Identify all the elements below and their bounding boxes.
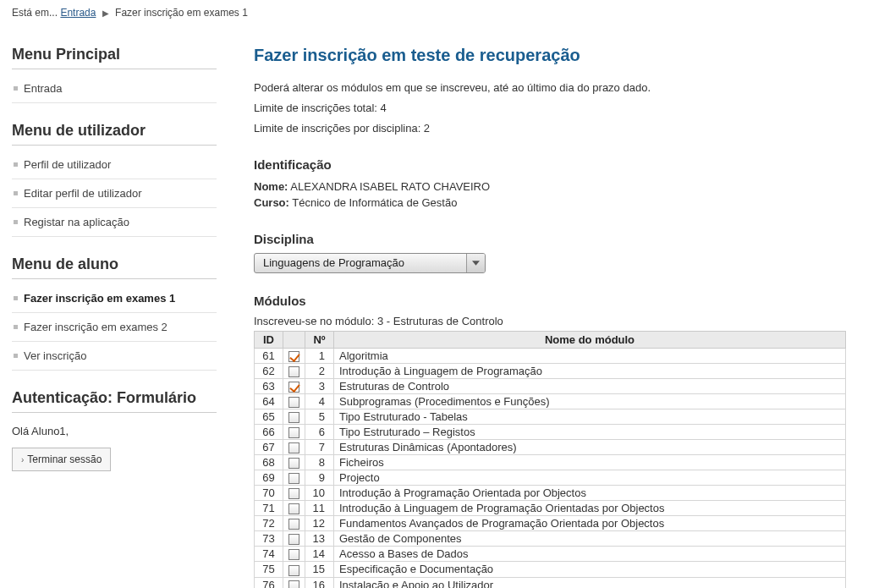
enrolled-message: Inscreveu-se no módulo: 3 - Estruturas d… xyxy=(254,315,862,327)
table-row: 666Tipo Estruturado – Registos xyxy=(255,424,846,439)
ident-curso-value: Técnico de Informática de Gestão xyxy=(292,196,457,209)
module-checkbox[interactable] xyxy=(288,488,299,499)
menu-principal-title: Menu Principal xyxy=(12,46,217,63)
divider xyxy=(12,412,217,413)
cell-num: 6 xyxy=(305,424,334,439)
sidebar: Menu Principal Entrada Menu de utilizado… xyxy=(0,25,228,588)
cell-num: 10 xyxy=(305,486,334,501)
ident-curso-label: Curso: xyxy=(254,196,289,209)
sidebar-item[interactable]: Fazer inscrição em exames 2 xyxy=(12,313,217,342)
intro-line: Limite de inscrições total: 4 xyxy=(254,101,862,116)
cell-name: Subprogramas (Procedimentos e Funções) xyxy=(334,393,846,409)
sidebar-item[interactable]: Ver inscrição xyxy=(12,342,217,371)
cell-num: 9 xyxy=(305,470,334,486)
divider xyxy=(12,145,217,146)
table-row: 7212Fundamentos Avançados de Programação… xyxy=(255,516,846,531)
table-row: 655Tipo Estruturado - Tabelas xyxy=(255,409,846,424)
main-content: Fazer inscrição em teste de recuperação … xyxy=(228,25,879,588)
intro-line: Poderá alterar os módulos em que se insc… xyxy=(254,80,862,96)
cell-name: Tipo Estruturado - Tabelas xyxy=(334,409,846,424)
table-row: 611Algoritmia xyxy=(255,348,846,363)
logout-label: Terminar sessão xyxy=(27,453,102,465)
ident-heading: Identificação xyxy=(254,157,862,172)
cell-name: Instalação e Apoio ao Utilizador xyxy=(334,577,846,588)
cell-id: 74 xyxy=(255,547,283,562)
disciplina-select[interactable]: Linguagens de Programação xyxy=(254,253,486,273)
cell-id: 69 xyxy=(255,470,283,486)
sidebar-item[interactable]: Perfil de utilizador xyxy=(12,151,217,179)
module-checkbox[interactable] xyxy=(288,458,299,469)
cell-num: 11 xyxy=(305,501,334,516)
table-row: 7414Acesso a Bases de Dados xyxy=(255,547,846,562)
cell-checkbox xyxy=(283,363,305,378)
module-checkbox[interactable] xyxy=(288,565,299,576)
module-checkbox[interactable] xyxy=(288,397,299,408)
col-num: Nº xyxy=(305,331,334,348)
module-checkbox[interactable] xyxy=(288,412,299,423)
cell-num: 4 xyxy=(305,393,334,409)
table-row: 622Introdução à Linguagem de Programação xyxy=(255,363,846,378)
intro-line: Limite de inscrições por disciplina: 2 xyxy=(254,121,862,136)
col-id: ID xyxy=(255,331,283,348)
intro-block: Poderá alterar os módulos em que se insc… xyxy=(254,80,862,137)
col-name: Nome do módulo xyxy=(334,331,846,348)
cell-num: 12 xyxy=(305,516,334,531)
cell-id: 61 xyxy=(255,348,283,363)
module-checkbox[interactable] xyxy=(288,351,299,362)
cell-name: Projecto xyxy=(334,470,846,486)
cell-checkbox xyxy=(283,486,305,501)
cell-name: Introdução à Linguagem de Programação xyxy=(334,363,846,378)
module-checkbox[interactable] xyxy=(288,473,299,484)
cell-num: 3 xyxy=(305,378,334,393)
cell-id: 70 xyxy=(255,486,283,501)
module-checkbox[interactable] xyxy=(288,427,299,438)
col-checkbox xyxy=(283,331,305,348)
table-row: 7010Introdução à Programação Orientada p… xyxy=(255,486,846,501)
auth-greeting: Olá Aluno1, xyxy=(12,425,217,437)
page-title: Fazer inscrição em teste de recuperação xyxy=(254,46,862,65)
cell-name: Fundamentos Avançados de Programação Ori… xyxy=(334,516,846,531)
cell-num: 14 xyxy=(305,547,334,562)
module-checkbox[interactable] xyxy=(288,534,299,545)
cell-checkbox xyxy=(283,547,305,562)
table-row: 7111Introdução à Linguagem de Programaçã… xyxy=(255,501,846,516)
cell-id: 76 xyxy=(255,577,283,588)
cell-checkbox xyxy=(283,577,305,588)
table-row: 688Ficheiros xyxy=(255,455,846,470)
module-checkbox[interactable] xyxy=(288,382,299,393)
cell-name: Especificação e Documentação xyxy=(334,562,846,577)
ident-nome-label: Nome: xyxy=(254,180,288,193)
sidebar-item[interactable]: Entrada xyxy=(12,74,217,103)
logout-button[interactable]: ›Terminar sessão xyxy=(12,448,111,471)
cell-id: 73 xyxy=(255,531,283,547)
cell-id: 71 xyxy=(255,501,283,516)
sidebar-item[interactable]: Editar perfil de utilizador xyxy=(12,179,217,208)
cell-name: Tipo Estruturado – Registos xyxy=(334,424,846,439)
cell-id: 63 xyxy=(255,378,283,393)
divider xyxy=(12,278,217,279)
sidebar-item[interactable]: Registar na aplicação xyxy=(12,208,217,237)
cell-num: 15 xyxy=(305,562,334,577)
cell-name: Introdução à Programação Orientada por O… xyxy=(334,486,846,501)
module-checkbox[interactable] xyxy=(288,366,299,377)
table-row: 7616Instalação e Apoio ao Utilizador xyxy=(255,577,846,588)
cell-checkbox xyxy=(283,470,305,486)
ident-curso: Curso: Técnico de Informática de Gestão xyxy=(254,195,862,212)
module-checkbox[interactable] xyxy=(288,503,299,514)
cell-num: 13 xyxy=(305,531,334,547)
module-checkbox[interactable] xyxy=(288,549,299,560)
module-checkbox[interactable] xyxy=(288,580,299,588)
cell-id: 72 xyxy=(255,516,283,531)
cell-name: Estruturas de Controlo xyxy=(334,378,846,393)
cell-checkbox xyxy=(283,455,305,470)
menu-aluno-title: Menu de aluno xyxy=(12,256,217,273)
cell-id: 75 xyxy=(255,562,283,577)
modulos-heading: Módulos xyxy=(254,294,862,308)
sidebar-item[interactable]: Fazer inscrição em exames 1 xyxy=(12,284,217,313)
breadcrumb-link-home[interactable]: Entrada xyxy=(60,7,96,19)
table-row: 644Subprogramas (Procedimentos e Funções… xyxy=(255,393,846,409)
disciplina-selected: Linguagens de Programação xyxy=(255,254,466,272)
module-checkbox[interactable] xyxy=(288,442,299,453)
cell-id: 68 xyxy=(255,455,283,470)
module-checkbox[interactable] xyxy=(288,519,299,530)
